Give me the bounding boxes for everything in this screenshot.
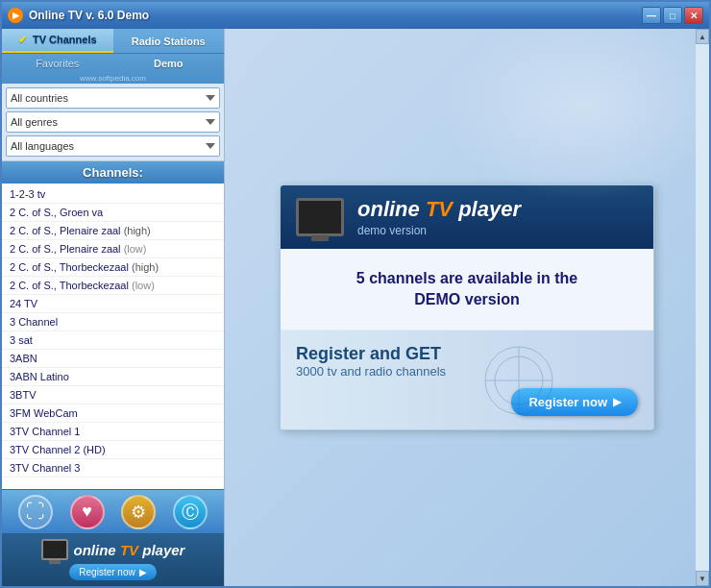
list-item[interactable]: 2 C. of S., Groen va (2, 204, 224, 222)
countries-dropdown[interactable]: All countries (6, 87, 220, 109)
right-scrollbar: ▲ ▼ (696, 29, 709, 586)
fullscreen-button[interactable]: ⛶ (18, 495, 53, 529)
right-panel: online TV player demo version 5 channels… (225, 29, 709, 586)
list-item[interactable]: 1-2-3 tv (2, 185, 224, 204)
close-button[interactable]: ✕ (684, 7, 703, 24)
register-now-button-small[interactable]: Register now ▶ (69, 564, 156, 580)
tab-row-1: ✔ TV Channels Radio Stations (2, 29, 224, 54)
check-icon: ✔ (18, 34, 27, 45)
ad-middle: 5 channels are available in the DEMO ver… (281, 249, 653, 331)
ad-middle-text: 5 channels are available in the DEMO ver… (296, 268, 638, 311)
tab-favorites[interactable]: Favorites (2, 54, 113, 73)
ad-subtitle: demo version (357, 224, 521, 237)
left-panel: ✔ TV Channels Radio Stations Favorites D… (2, 29, 225, 586)
list-item[interactable]: 24 TV (2, 295, 224, 313)
ad-tv-icon (296, 198, 344, 236)
channel-list[interactable]: 1-2-3 tv 2 C. of S., Groen va 2 C. of S.… (2, 184, 224, 489)
register-now-button[interactable]: Register now (511, 388, 638, 416)
list-item[interactable]: 3FM WebCam (2, 404, 224, 423)
window-controls: — □ ✕ (642, 7, 703, 24)
list-item[interactable]: 3BTV (2, 386, 224, 404)
tab-bar: ✔ TV Channels Radio Stations Favorites D… (2, 29, 224, 84)
channel-list-wrapper: 1-2-3 tv 2 C. of S., Groen va 2 C. of S.… (2, 184, 224, 489)
genres-dropdown[interactable]: All genres (6, 111, 220, 133)
title-bar: ▶ Online TV v. 6.0 Demo — □ ✕ (2, 2, 709, 29)
ad-title-group: online TV player demo version (357, 197, 521, 237)
tab-demo[interactable]: Demo (113, 54, 225, 73)
app-icon: ▶ (8, 8, 23, 23)
softpedia-watermark: www.softpedia.com (2, 73, 224, 84)
channels-header: Channels: (2, 161, 224, 184)
ad-register-heading: Register and GET 3000 tv and radio chann… (296, 344, 638, 379)
list-item[interactable]: 2 C. of S., Plenaire zaal (low) (2, 240, 224, 258)
bottom-toolbar: ⛶ ♥ ⚙ Ⓒ (2, 489, 224, 533)
ad-title: online TV player (357, 197, 521, 222)
scroll-down-arrow[interactable]: ▼ (696, 571, 709, 586)
brand-tv-icon (41, 539, 68, 560)
help-button[interactable]: Ⓒ (173, 495, 208, 529)
tab-row-2: Favorites Demo (2, 54, 224, 73)
tab-tv-channels[interactable]: ✔ TV Channels (2, 29, 113, 53)
maximize-button[interactable]: □ (663, 7, 682, 24)
list-item[interactable]: 3ABN Latino (2, 368, 224, 386)
bottom-brand: online TV player Register now ▶ (2, 533, 224, 586)
favorites-button[interactable]: ♥ (70, 495, 105, 529)
list-item[interactable]: 2 C. of S., Plenaire zaal (high) (2, 222, 224, 240)
list-item[interactable]: 3 sat (2, 331, 224, 350)
tab-radio-stations[interactable]: Radio Stations (113, 29, 225, 53)
scroll-up-arrow[interactable]: ▲ (696, 29, 709, 44)
filter-section: All countries All genres All languages (2, 84, 224, 161)
list-item[interactable]: 2 C. of S., Thorbeckezaal (high) (2, 258, 224, 277)
minimize-button[interactable]: — (642, 7, 661, 24)
list-item[interactable]: 3TV Channel 3 (2, 459, 224, 478)
list-item[interactable]: 3ABN (2, 350, 224, 368)
list-item[interactable]: 2 C. of S., Thorbeckezaal (low) (2, 277, 224, 295)
ad-box: online TV player demo version 5 channels… (280, 184, 654, 431)
languages-dropdown[interactable]: All languages (6, 135, 220, 157)
settings-button[interactable]: ⚙ (121, 495, 156, 529)
ad-header: online TV player demo version (281, 185, 653, 249)
list-item[interactable]: 3TV Channel 2 (HD) (2, 441, 224, 459)
list-item[interactable]: 3 Channel (2, 313, 224, 331)
list-item[interactable]: 3TV Channel 1 (2, 423, 224, 441)
main-window: ▶ Online TV v. 6.0 Demo — □ ✕ ✔ TV Chann… (0, 0, 711, 588)
brand-title: online TV player (74, 542, 185, 558)
ad-bottom: Register and GET 3000 tv and radio chann… (281, 331, 653, 429)
brand-row: online TV player (41, 539, 185, 560)
scroll-track (696, 44, 709, 571)
main-layout: ✔ TV Channels Radio Stations Favorites D… (2, 29, 709, 586)
window-title: Online TV v. 6.0 Demo (29, 9, 642, 22)
